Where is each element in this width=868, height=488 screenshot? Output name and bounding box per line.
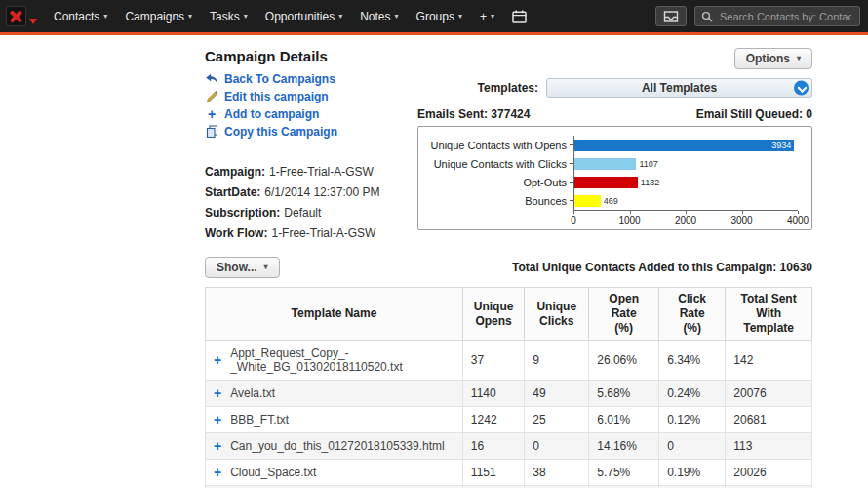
nav-item-tasks[interactable]: Tasks▾ [201, 0, 256, 32]
nav-calendar-button[interactable] [503, 0, 535, 32]
nav-item-add[interactable]: +▾ [471, 0, 503, 32]
table-row: +Avela.txt1140495.68%0.24%20076 [206, 381, 812, 407]
chart-x-tick: 1000 [618, 215, 640, 225]
nav-item-notes[interactable]: Notes▾ [351, 0, 407, 32]
nav-item-opportunities[interactable]: Opportunities▾ [256, 0, 351, 32]
nav-item-campaigns[interactable]: Campaigns▾ [116, 0, 201, 32]
link-label: Add to campaign [224, 107, 319, 121]
cell-open-rate: 26.06% [589, 341, 659, 381]
cell-click-rate: 0 [659, 433, 726, 460]
back-to-campaigns-link[interactable]: Back To Campaigns [205, 71, 417, 86]
templates-table: Template NameUnique OpensUnique ClicksOp… [205, 287, 812, 488]
meta-subscription: Subscription:Default [205, 206, 417, 220]
link-label: Back To Campaigns [224, 72, 335, 86]
options-button[interactable]: Options ▾ [734, 48, 812, 69]
meta-campaign: Campaign:1-Free-Trial-A-GSW [205, 165, 417, 179]
table-row: +Can_you_do_this_01272018105339.html1601… [206, 433, 812, 460]
column-header: Click Rate (%) [659, 288, 726, 341]
chevron-down-icon: ▾ [797, 55, 801, 62]
chart-bar-row: 3934 [574, 136, 798, 154]
total-contacts-stat: Total Unique Contacts Added to this Camp… [512, 261, 812, 274]
add-template-icon[interactable]: + [214, 440, 221, 452]
chart-category-label: Unique Contacts with Clicks [428, 154, 573, 173]
meta-startdate: StartDate:6/1/2014 12:37:00 PM [205, 185, 417, 199]
contact-search[interactable] [694, 6, 860, 26]
app-logo[interactable] [6, 6, 37, 26]
add-template-icon[interactable]: + [214, 387, 221, 399]
add-template-icon[interactable]: + [214, 467, 221, 478]
chart-x-tick: 0 [571, 215, 576, 225]
chart-category-label: Unique Contacts with Opens [428, 136, 573, 154]
cell-unique-opens: 16 [462, 433, 524, 460]
nav-label: Opportunities [265, 10, 335, 23]
table-header-row: Template NameUnique OpensUnique ClicksOp… [206, 288, 812, 341]
emails-sent-stat: Emails Sent: 377424 [417, 107, 530, 121]
cell-total-sent: 20681 [726, 407, 812, 433]
templates-dropdown[interactable]: All Templates [546, 78, 812, 98]
column-header: Total Sent With Template [726, 288, 812, 341]
chart-x-tick: 2000 [675, 215, 696, 225]
show-button-label: Show... [217, 261, 257, 274]
add-template-icon[interactable]: + [214, 354, 221, 366]
chart-bar [574, 177, 638, 188]
options-button-label: Options [746, 52, 790, 65]
copy-icon [205, 125, 218, 138]
template-name: Avela.txt [230, 386, 275, 400]
cell-unique-clicks: 9 [525, 341, 589, 381]
back-arrow-icon [205, 73, 218, 85]
emails-queued-stat: Email Still Queued: 0 [696, 107, 812, 121]
nav-item-contacts[interactable]: Contacts▾ [45, 0, 116, 32]
logo-caret-icon [29, 19, 37, 24]
cell-unique-opens: 1151 [462, 460, 524, 486]
template-name: Appt_Request_Copy_-_White_BG_01302018110… [230, 346, 454, 374]
cell-click-rate: 0.24% [659, 381, 726, 407]
table-row: +Cloud_Space.txt1151385.75%0.19%20026 [206, 460, 812, 486]
cell-total-sent: 20026 [726, 460, 812, 486]
chart-category-labels: Unique Contacts with OpensUnique Contact… [428, 136, 573, 211]
nav-label: Groups [416, 10, 454, 23]
cell-unique-clicks: 38 [525, 460, 589, 486]
cell-open-rate: 14.16% [589, 433, 659, 460]
nav-item-groups[interactable]: Groups▾ [408, 0, 471, 32]
cell-unique-clicks: 49 [525, 381, 589, 407]
cell-unique-opens: 1140 [462, 381, 524, 407]
chart-x-axis: 01000200030004000 [573, 211, 798, 226]
nav-label: Notes [360, 10, 390, 23]
cell-unique-opens: 1242 [462, 407, 524, 433]
chart-value-label: 3934 [771, 141, 794, 150]
plus-icon: + [205, 108, 218, 120]
cell-open-rate: 6.01% [589, 407, 659, 433]
search-input[interactable] [718, 10, 853, 23]
chevron-down-icon: ▾ [491, 13, 494, 20]
show-button[interactable]: Show... ▾ [205, 257, 280, 278]
campaign-meta: Campaign:1-Free-Trial-A-GSW StartDate:6/… [205, 165, 417, 240]
edit-campaign-link[interactable]: Edit this campaign [205, 89, 417, 103]
nav-label: + [480, 10, 487, 23]
chevron-down-icon: ▾ [338, 13, 342, 20]
campaign-stats-panel: Options ▾ Templates: All Templates Email… [417, 48, 812, 247]
meta-workflow: Work Flow:1-Free-Trial-A-GSW [205, 226, 417, 240]
cell-total-sent: 142 [726, 341, 812, 381]
cell-total-sent: 113 [726, 433, 812, 460]
chart-plot-area: 393411071132469 [573, 136, 798, 211]
chevron-down-icon: ▾ [188, 13, 192, 20]
add-template-icon[interactable]: + [214, 414, 221, 426]
table-row: +Appt_Request_Copy_-_White_BG_0130201811… [206, 341, 812, 381]
chart-bar-row: 1132 [574, 173, 798, 191]
top-navbar: Contacts▾ Campaigns▾ Tasks▾ Opportunitie… [0, 0, 868, 32]
chevron-down-icon: ▾ [264, 264, 268, 271]
chart-bar-row: 469 [574, 191, 798, 210]
column-header: Open Rate (%) [589, 288, 659, 341]
chart-category-label: Opt-Outs [428, 173, 573, 191]
inbox-button[interactable] [655, 6, 687, 26]
campaign-bar-chart: Unique Contacts with OpensUnique Contact… [417, 126, 812, 230]
cell-click-rate: 0.12% [659, 407, 726, 433]
chevron-down-icon: ▾ [395, 13, 399, 20]
add-to-campaign-link[interactable]: + Add to campaign [205, 106, 417, 121]
copy-campaign-link[interactable]: Copy this Campaign [205, 124, 417, 139]
pencil-icon [205, 90, 218, 102]
cell-total-sent: 20076 [726, 381, 812, 407]
search-icon [701, 11, 713, 22]
cell-unique-clicks: 25 [525, 407, 589, 433]
nav-label: Campaigns [125, 10, 184, 23]
